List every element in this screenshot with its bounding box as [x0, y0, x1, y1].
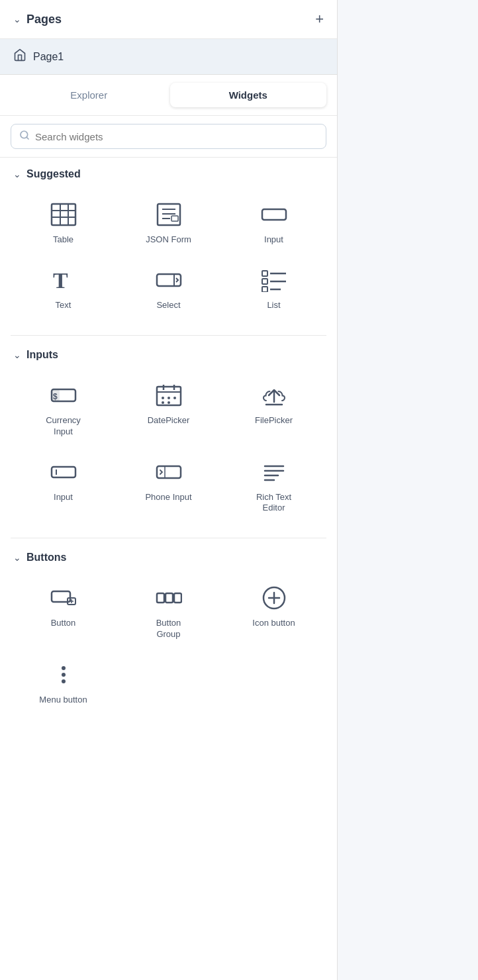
svg-text:T: T — [53, 268, 68, 292]
widget-menu-button[interactable]: Menu button — [11, 651, 116, 716]
section-divider-1 — [11, 335, 326, 336]
svg-point-54 — [62, 673, 66, 677]
widget-text-label: Text — [56, 300, 72, 311]
widget-input-label: Input — [264, 234, 283, 246]
widget-input-2[interactable]: Input — [11, 448, 116, 525]
widget-button-group[interactable]: ButtonGroup — [116, 574, 221, 651]
explorer-tab[interactable]: Explorer — [11, 83, 167, 107]
widget-table-label: Table — [53, 234, 73, 246]
svg-point-29 — [162, 397, 164, 399]
svg-rect-35 — [52, 467, 75, 477]
widget-list-label: List — [267, 300, 280, 311]
widget-phone-input[interactable]: Phone Input — [116, 448, 221, 525]
list-icon — [258, 267, 290, 293]
svg-rect-48 — [166, 593, 173, 603]
datepicker-icon — [153, 382, 185, 409]
right-panel — [338, 0, 478, 980]
svg-point-33 — [167, 401, 170, 404]
text-icon: T — [48, 267, 79, 293]
suggested-section-header: ⌄ Suggested — [0, 158, 337, 185]
svg-point-31 — [173, 397, 176, 399]
svg-rect-16 — [262, 271, 267, 276]
tab-switcher: Explorer Widgets — [0, 75, 337, 116]
inputs-widget-grid: $ CurrencyInput — [0, 366, 337, 536]
page-item[interactable]: Page1 — [0, 39, 337, 75]
svg-rect-49 — [174, 593, 181, 603]
json-form-icon — [153, 201, 185, 228]
chevron-down-icon: ⌄ — [13, 14, 21, 24]
filepicker-icon — [258, 382, 290, 409]
button-group-icon — [153, 585, 185, 611]
widget-json-form-label: JSON Form — [146, 234, 191, 246]
icon-button-icon — [258, 585, 290, 611]
inputs-chevron-icon: ⌄ — [13, 350, 21, 360]
svg-text:$: $ — [53, 392, 58, 401]
buttons-widget-grid: Button ButtonGroup — [0, 569, 337, 727]
widget-phone-input-label: Phone Input — [145, 492, 191, 503]
widget-currency-input-label: CurrencyInput — [46, 415, 81, 438]
suggested-section-title: Suggested — [26, 168, 81, 180]
widget-icon-button-label: Icon button — [252, 618, 295, 629]
widget-button[interactable]: Button — [11, 574, 116, 651]
buttons-section-header: ⌄ Buttons — [0, 541, 337, 569]
widget-input-2-label: Input — [54, 492, 73, 503]
suggested-chevron-icon: ⌄ — [13, 169, 21, 179]
widget-select-label: Select — [156, 300, 180, 311]
widget-json-form[interactable]: JSON Form — [116, 191, 221, 256]
widget-datepicker-label: DatePicker — [148, 415, 190, 426]
pages-title: Pages — [26, 13, 62, 26]
svg-point-53 — [62, 666, 66, 670]
home-icon — [13, 48, 26, 65]
rich-text-editor-icon — [258, 459, 290, 485]
widget-icon-button[interactable]: Icon button — [221, 574, 326, 651]
widget-filepicker-label: FilePicker — [255, 415, 293, 426]
search-icon — [19, 130, 30, 143]
svg-rect-20 — [262, 287, 267, 292]
svg-point-30 — [167, 397, 170, 399]
table-icon — [48, 201, 79, 228]
page-name: Page1 — [33, 51, 64, 63]
svg-rect-37 — [157, 466, 181, 478]
svg-point-32 — [162, 401, 164, 404]
pages-header: ⌄ Pages + — [0, 0, 337, 39]
widget-table[interactable]: Table — [11, 191, 116, 256]
svg-rect-2 — [52, 204, 75, 225]
phone-input-icon — [153, 459, 185, 485]
widget-rich-text-editor-label: Rich TextEditor — [256, 492, 291, 514]
widget-currency-input[interactable]: $ CurrencyInput — [11, 371, 116, 448]
widget-select[interactable]: Select — [116, 256, 221, 322]
input-2-icon — [48, 459, 79, 485]
svg-point-55 — [62, 679, 66, 683]
svg-rect-11 — [171, 216, 178, 221]
svg-line-1 — [26, 137, 28, 139]
widget-filepicker[interactable]: FilePicker — [221, 371, 326, 448]
search-input[interactable] — [35, 131, 318, 142]
search-input-wrap — [11, 124, 326, 149]
widget-button-group-label: ButtonGroup — [156, 618, 181, 640]
menu-button-icon — [48, 662, 79, 688]
widget-button-label: Button — [51, 618, 76, 629]
svg-rect-12 — [262, 209, 286, 220]
suggested-widget-grid: Table JSON Form — [0, 185, 337, 332]
widget-datepicker[interactable]: DatePicker — [116, 371, 221, 448]
add-page-button[interactable]: + — [315, 12, 324, 26]
inputs-section-header: ⌄ Inputs — [0, 338, 337, 366]
inputs-section-title: Inputs — [26, 349, 58, 361]
section-divider-2 — [11, 538, 326, 538]
widget-text[interactable]: T Text — [11, 256, 116, 322]
widget-list[interactable]: List — [221, 256, 326, 322]
buttons-chevron-icon: ⌄ — [13, 552, 21, 563]
currency-input-icon: $ — [48, 382, 79, 409]
search-container — [0, 116, 337, 158]
widget-rich-text-editor[interactable]: Rich TextEditor — [221, 448, 326, 525]
buttons-section-title: Buttons — [26, 552, 66, 564]
svg-rect-18 — [262, 279, 267, 284]
widget-menu-button-label: Menu button — [39, 695, 87, 706]
widget-input[interactable]: Input — [221, 191, 326, 256]
widgets-tab[interactable]: Widgets — [170, 83, 327, 107]
button-icon — [48, 585, 79, 611]
input-icon — [258, 201, 290, 228]
svg-rect-47 — [157, 593, 164, 603]
select-icon — [153, 267, 185, 293]
